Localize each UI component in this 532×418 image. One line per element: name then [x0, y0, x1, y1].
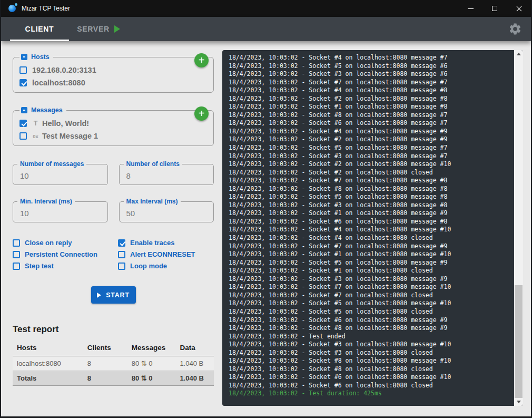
messages-select-all-checkbox[interactable]	[21, 107, 27, 113]
tab-server-label: SERVER	[77, 25, 110, 33]
console-line: 18/4/2023, 10:03:02 - Socket #3 on local…	[229, 275, 509, 284]
option-checkbox[interactable]	[118, 239, 125, 247]
console-line: 18/4/2023, 10:03:02 - Socket #8 on local…	[229, 111, 509, 120]
option-label: Close on reply	[25, 239, 72, 247]
play-icon	[97, 293, 101, 298]
message-item[interactable]: T Hello, World!	[19, 119, 208, 128]
hosts-group: Hosts + 192.168.0.20:3131 localhost:8080	[13, 53, 214, 93]
hosts-legend-label: Hosts	[31, 53, 50, 61]
console-line: 18/4/2023, 10:03:02 - Socket #8 on local…	[229, 357, 509, 365]
scroll-down-button[interactable]	[514, 398, 523, 406]
col-hosts: Hosts	[13, 342, 83, 356]
min-interval-field: Min. Interval (ms)	[13, 201, 108, 222]
cell-host: localhost:8080	[13, 356, 83, 371]
console-line: 18/4/2023, 10:03:02 - Socket #6 on local…	[229, 119, 509, 128]
tab-client[interactable]: CLIENT	[10, 17, 69, 41]
option-enable-traces[interactable]: Enable traces	[118, 239, 214, 247]
console-line: 18/4/2023, 10:03:02 - Socket #6 on local…	[229, 382, 509, 390]
host-item[interactable]: 192.168.0.20:3131	[19, 66, 208, 74]
add-message-button[interactable]: +	[194, 106, 209, 121]
option-checkbox[interactable]	[13, 263, 20, 270]
number-of-messages-label: Number of messages	[17, 160, 86, 168]
window-title: Mizar TCP Tester	[22, 5, 70, 12]
cell-totals-clients: 8	[83, 371, 127, 386]
test-report-table: Hosts Clients Messages Data localhost:80…	[13, 342, 214, 386]
console-output[interactable]: 18/4/2023, 10:03:02 - Socket #4 on local…	[222, 50, 523, 406]
settings-button[interactable]	[508, 22, 522, 36]
option-checkbox[interactable]	[13, 239, 20, 247]
add-host-button[interactable]: +	[194, 53, 209, 67]
start-button-label: START	[106, 291, 130, 299]
console-line: 18/4/2023, 10:03:02 - Socket #3 on local…	[229, 201, 509, 210]
console-line: 18/4/2023, 10:03:02 - Socket #5 on local…	[229, 308, 509, 316]
maximize-button[interactable]	[482, 0, 507, 17]
option-persistent-connection[interactable]: Persistent Connection	[13, 250, 118, 258]
option-label: Alert ECONNRESET	[130, 250, 195, 258]
option-close-on-reply[interactable]: Close on reply	[13, 239, 118, 247]
col-data: Data	[175, 342, 214, 356]
messages-legend: Messages	[19, 106, 66, 114]
message-checkbox[interactable]	[19, 132, 27, 140]
console-line: 18/4/2023, 10:03:02 - Socket #7 on local…	[229, 79, 509, 87]
cell-totals-label: Totals	[13, 371, 83, 386]
col-messages: Messages	[127, 342, 176, 356]
window-controls	[458, 0, 531, 17]
table-row: localhost:8080 8 80 ⇅ 0 1.040 B	[13, 356, 214, 371]
console-line: 18/4/2023, 10:03:02 - Socket #3 on local…	[229, 152, 509, 161]
host-checkbox[interactable]	[19, 66, 27, 74]
console-line: 18/4/2023, 10:03:02 - Socket #1 on local…	[229, 267, 509, 275]
hosts-legend: Hosts	[19, 53, 53, 61]
option-alert-econnreset[interactable]: Alert ECONNRESET	[118, 250, 214, 258]
console-line: 18/4/2023, 10:03:02 - Socket #7 on local…	[229, 283, 509, 291]
message-item[interactable]: 0x Test Message 1	[19, 132, 208, 140]
console-scrollbar[interactable]	[514, 50, 523, 406]
console-line: 18/4/2023, 10:03:02 - Socket #4 on local…	[229, 86, 509, 95]
maximize-icon	[492, 6, 497, 11]
text-type-icon: T	[32, 120, 39, 127]
number-of-clients-field: Number of clients	[119, 164, 214, 185]
console-log: 18/4/2023, 10:03:02 - Socket #4 on local…	[229, 54, 509, 402]
server-running-play-icon	[114, 25, 120, 33]
messages-legend-label: Messages	[31, 106, 63, 114]
tab-server[interactable]: SERVER	[69, 17, 128, 41]
option-label: Persistent Connection	[25, 250, 97, 258]
arrow-down-icon	[517, 401, 521, 403]
console-line: 18/4/2023, 10:03:02 - Socket #6 on local…	[229, 218, 509, 226]
max-interval-label: Max Interval (ms)	[124, 198, 181, 205]
host-item[interactable]: localhost:8080	[19, 79, 208, 87]
host-checkbox[interactable]	[19, 79, 27, 86]
config-column: Hosts + 192.168.0.20:3131 localhost:8080…	[1, 50, 222, 406]
app-window: Mizar TCP Tester CLIENT SERVER Hosts +	[0, 0, 532, 418]
scrollbar-thumb[interactable]	[515, 285, 523, 398]
plus-icon: +	[199, 55, 205, 65]
console-line: 18/4/2023, 10:03:02 - Socket #3 on local…	[229, 70, 509, 79]
option-checkbox[interactable]	[13, 251, 20, 258]
minimize-button[interactable]	[458, 0, 482, 17]
start-button[interactable]: START	[91, 286, 136, 304]
max-interval-field: Max Interval (ms)	[119, 201, 214, 222]
client-panel: Hosts + 192.168.0.20:3131 localhost:8080…	[1, 41, 531, 416]
option-step-test[interactable]: Step test	[13, 262, 118, 270]
scroll-up-button[interactable]	[514, 50, 523, 58]
cell-totals-messages: 80 ⇅ 0	[127, 371, 176, 386]
hosts-select-all-checkbox[interactable]	[21, 54, 27, 60]
message-label: Test Message 1	[42, 132, 98, 140]
option-checkbox[interactable]	[118, 251, 125, 258]
cell-totals-data: 1.040 B	[175, 371, 214, 386]
hex-type-icon: 0x	[32, 133, 39, 139]
host-label: 192.168.0.20:3131	[32, 66, 96, 74]
table-totals-row: Totals 8 80 ⇅ 0 1.040 B	[13, 371, 214, 386]
arrow-up-icon	[517, 53, 521, 55]
console-line: 18/4/2023, 10:03:02 - Test ended	[229, 333, 509, 341]
min-interval-label: Min. Interval (ms)	[17, 198, 75, 205]
console-line: 18/4/2023, 10:03:02 - Socket #8 on local…	[229, 365, 509, 374]
console-line: 18/4/2023, 10:03:02 - Socket #7 on local…	[229, 291, 509, 300]
option-checkbox[interactable]	[118, 263, 125, 270]
numeric-fields: Number of messages Number of clients Min…	[13, 164, 214, 222]
console-line: 18/4/2023, 10:03:02 - Socket #3 on local…	[229, 341, 509, 349]
option-loop-mode[interactable]: Loop mode	[118, 262, 214, 270]
message-checkbox[interactable]	[19, 120, 27, 127]
console-line: 18/4/2023, 10:03:02 - Socket #2 on local…	[229, 95, 509, 103]
option-label: Enable traces	[130, 239, 175, 247]
close-button[interactable]	[507, 0, 531, 17]
